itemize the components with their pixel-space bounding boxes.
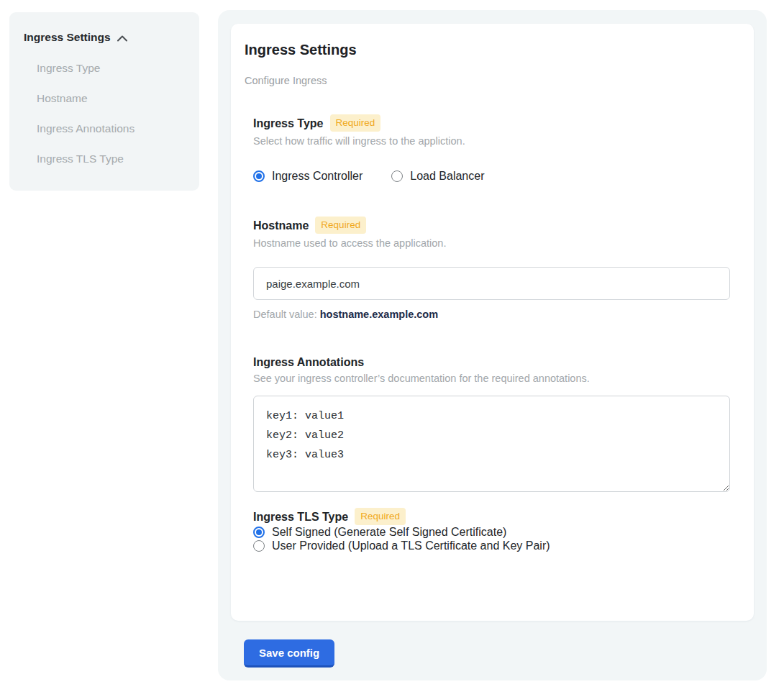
sidebar-item-hostname[interactable]: Hostname xyxy=(37,92,185,104)
radio-self-signed[interactable]: Self Signed (Generate Self Signed Certif… xyxy=(253,525,740,539)
hostname-input[interactable] xyxy=(253,267,730,300)
radio-unselected-icon[interactable] xyxy=(391,170,403,182)
required-badge: Required xyxy=(330,114,381,132)
section-hostname: Hostname Required Hostname used to acces… xyxy=(253,217,740,321)
ingress-type-description: Select how traffic will ingress to the a… xyxy=(253,135,740,147)
radio-load-balancer[interactable]: Load Balancer xyxy=(391,169,484,183)
page-subtitle: Configure Ingress xyxy=(245,75,740,87)
hostname-label: Hostname xyxy=(253,219,309,232)
section-ingress-type: Ingress Type Required Select how traffic… xyxy=(253,114,740,183)
default-value-text: hostname.example.com xyxy=(320,309,438,320)
sidebar-item-list: Ingress Type Hostname Ingress Annotation… xyxy=(24,62,185,165)
ingress-annotations-label: Ingress Annotations xyxy=(253,355,364,369)
sidebar-header-label: Ingress Settings xyxy=(24,31,111,44)
required-badge: Required xyxy=(315,217,366,234)
radio-ingress-controller[interactable]: Ingress Controller xyxy=(253,169,363,183)
radio-unselected-icon[interactable] xyxy=(253,540,265,552)
ingress-tls-radio-group: Self Signed (Generate Self Signed Certif… xyxy=(253,525,740,552)
ingress-annotations-textarea[interactable]: key1: value1 key2: value2 key3: value3 xyxy=(253,396,730,492)
radio-load-balancer-label: Load Balancer xyxy=(410,169,484,183)
hostname-default-helper: Default value: hostname.example.com xyxy=(253,309,740,321)
ingress-annotations-description: See your ingress controller’s documentat… xyxy=(253,373,740,385)
radio-self-signed-label: Self Signed (Generate Self Signed Certif… xyxy=(272,525,506,539)
save-config-button[interactable]: Save config xyxy=(244,639,334,668)
ingress-type-radio-group: Ingress Controller Load Balancer xyxy=(253,169,740,183)
sidebar-item-ingress-annotations[interactable]: Ingress Annotations xyxy=(37,122,185,135)
page-title: Ingress Settings xyxy=(245,42,740,58)
sidebar-header-ingress-settings[interactable]: Ingress Settings xyxy=(24,31,185,44)
section-ingress-tls-type: Ingress TLS Type Required Self Signed (G… xyxy=(253,508,740,552)
radio-selected-icon[interactable] xyxy=(253,170,265,182)
required-badge: Required xyxy=(355,508,406,525)
radio-ingress-controller-label: Ingress Controller xyxy=(272,169,363,183)
radio-selected-icon[interactable] xyxy=(253,527,265,538)
ingress-tls-type-label: Ingress TLS Type xyxy=(253,510,348,524)
ingress-settings-panel: Ingress Settings Configure Ingress Ingre… xyxy=(218,10,767,680)
settings-sidebar: Ingress Settings Ingress Type Hostname I… xyxy=(9,12,199,191)
default-value-prefix: Default value: xyxy=(253,309,317,320)
chevron-up-icon xyxy=(117,34,127,42)
ingress-settings-card: Ingress Settings Configure Ingress Ingre… xyxy=(231,24,754,621)
radio-user-provided[interactable]: User Provided (Upload a TLS Certificate … xyxy=(253,539,740,552)
ingress-type-label: Ingress Type xyxy=(253,117,324,130)
hostname-description: Hostname used to access the application. xyxy=(253,237,740,250)
radio-user-provided-label: User Provided (Upload a TLS Certificate … xyxy=(272,539,550,552)
form-sections: Ingress Type Required Select how traffic… xyxy=(253,114,740,552)
sidebar-item-ingress-tls-type[interactable]: Ingress TLS Type xyxy=(37,152,185,165)
section-ingress-annotations: Ingress Annotations See your ingress con… xyxy=(253,355,740,492)
sidebar-item-ingress-type[interactable]: Ingress Type xyxy=(37,62,185,74)
